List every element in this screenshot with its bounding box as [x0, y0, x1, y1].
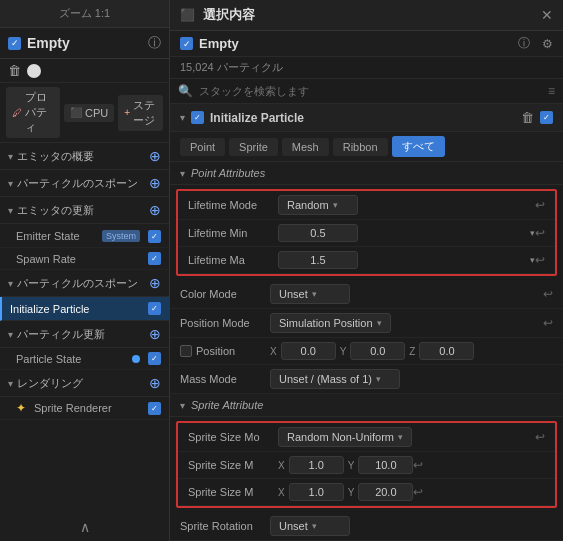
lifetime-min-input[interactable]: [278, 224, 358, 242]
undo-lifetime-max-icon[interactable]: ↩: [535, 253, 545, 267]
sidebar-item-emitter-state[interactable]: Emitter State System ✓: [0, 224, 169, 248]
sprite-size-min-y-input[interactable]: [358, 456, 413, 474]
tab-ribbon[interactable]: Ribbon: [333, 138, 388, 156]
expand-point-icon[interactable]: ▾: [180, 168, 185, 179]
mass-mode-dropdown[interactable]: Unset / (Mass of 1) ▾: [270, 369, 400, 389]
sprite-size-max-row: Sprite Size M X Y ↩: [178, 479, 555, 506]
lifetime-mode-label: Lifetime Mode: [188, 199, 278, 211]
sidebar-item-rendering[interactable]: ▾ レンダリング ⊕: [0, 370, 169, 397]
sprite-rotation-dropdown[interactable]: Unset ▾: [270, 516, 350, 536]
position-mode-dropdown[interactable]: Simulation Position ▾: [270, 313, 391, 333]
zoom-label: ズーム 1:1: [59, 7, 110, 19]
cpu-btn[interactable]: ⬛ CPU: [64, 104, 114, 122]
color-mode-row: Color Mode Unset ▾ ↩: [170, 280, 563, 309]
sidebar-item-initialize-particle[interactable]: Initialize Particle ✓: [0, 297, 169, 321]
undo-position-mode-icon[interactable]: ↩: [543, 316, 553, 330]
close-button[interactable]: ✕: [541, 7, 553, 23]
selected-checkbox[interactable]: ✓: [180, 37, 193, 50]
properties-btn[interactable]: 🖊 プロパティ: [6, 87, 60, 138]
sidebar-item-particle-spawn[interactable]: ▾ パーティクルのスポーン ⊕: [0, 170, 169, 197]
tab-all[interactable]: すべて: [392, 136, 445, 157]
pos-y-input[interactable]: [350, 342, 405, 360]
sprite-size-min-label: Sprite Size M: [188, 459, 278, 471]
add-particle-spawn-icon[interactable]: ⊕: [149, 175, 161, 191]
position-checkbox[interactable]: [180, 345, 192, 357]
expand-icon: ▾: [8, 329, 13, 340]
empty-checkbox[interactable]: ✓: [8, 37, 21, 50]
right-header: ⬛ 選択内容 ✕: [170, 0, 563, 31]
search-input[interactable]: [199, 85, 542, 97]
color-dropdown-arrow-icon: ▾: [312, 289, 317, 299]
tab-mesh[interactable]: Mesh: [282, 138, 329, 156]
sidebar-item-particle-state[interactable]: Particle State ✓: [0, 348, 169, 370]
add-emitter-overview-icon[interactable]: ⊕: [149, 148, 161, 164]
lifetime-mode-value: Random ▾: [278, 195, 535, 215]
circle-avatar: [27, 64, 41, 78]
sidebar-item-emitter-update[interactable]: ▾ エミッタの更新 ⊕: [0, 197, 169, 224]
sprite-size-min-row: Sprite Size M X Y ↩: [178, 452, 555, 479]
add-particle-update-icon[interactable]: ⊕: [149, 326, 161, 342]
sidebar-item-sprite-renderer[interactable]: ✦ Sprite Renderer ✓: [0, 397, 169, 420]
selected-info-icon[interactable]: ⓘ: [518, 35, 530, 52]
particle-count: 15,024 パーティクル: [170, 57, 563, 79]
panel-icon: ⬛: [180, 8, 195, 22]
sprite-rotation-label: Sprite Rotation: [180, 520, 270, 532]
color-mode-label: Color Mode: [180, 288, 270, 300]
sprite-size-group: Sprite Size Mo Random Non-Uniform ▾ ↩ Sp…: [176, 421, 557, 508]
empty-title: Empty: [27, 35, 142, 51]
expand-sprite-icon[interactable]: ▾: [180, 400, 185, 411]
init-enable-toggle[interactable]: ✓: [540, 111, 553, 124]
lifetime-max-value: [278, 251, 530, 269]
sprite-attribute-header: ▾ Sprite Attribute: [170, 394, 563, 417]
sidebar-item-particle-update[interactable]: ▾ パーティクル更新 ⊕: [0, 321, 169, 348]
selected-item-header: ✓ Empty ⓘ ⚙: [170, 31, 563, 57]
point-attr-label: Point Attributes: [191, 167, 265, 179]
undo-lifetime-min-icon[interactable]: ↩: [535, 226, 545, 240]
stage-btn[interactable]: + ステージ: [118, 95, 163, 131]
tab-sprite[interactable]: Sprite: [229, 138, 278, 156]
undo-lifetime-mode-icon[interactable]: ↩: [535, 198, 545, 212]
undo-sprite-min-icon[interactable]: ↩: [413, 458, 423, 472]
color-mode-dropdown[interactable]: Unset ▾: [270, 284, 350, 304]
add-rendering-icon[interactable]: ⊕: [149, 375, 161, 391]
tab-point[interactable]: Point: [180, 138, 225, 156]
add-emitter-update-icon[interactable]: ⊕: [149, 202, 161, 218]
sprite-size-mode-dropdown[interactable]: Random Non-Uniform ▾: [278, 427, 412, 447]
trash-icon[interactable]: 🗑: [8, 63, 21, 78]
init-trash-icon[interactable]: 🗑: [521, 110, 534, 125]
sprite-size-min-x-input[interactable]: [289, 456, 344, 474]
sidebar-item-emitter-overview[interactable]: ▾ エミッタの概要 ⊕: [0, 143, 169, 170]
init-toggle[interactable]: ✓: [191, 111, 204, 124]
lifetime-max-input[interactable]: [278, 251, 358, 269]
check-sprite-renderer: ✓: [148, 402, 161, 415]
pos-z-input[interactable]: [419, 342, 474, 360]
check-sm-spawn: ✓: [148, 252, 161, 265]
toolbar-row: 🖊 プロパティ ⬛ CPU + ステージ: [0, 83, 169, 143]
lifetime-max-row: Lifetime Ma ▾ ↩: [178, 247, 555, 274]
selected-gear-icon[interactable]: ⚙: [542, 37, 553, 51]
sprite-rotation-value: Unset ▾: [270, 516, 553, 536]
pos-x-input[interactable]: [281, 342, 336, 360]
sprite-size-max-xy: X Y: [278, 483, 413, 501]
info-icon[interactable]: ⓘ: [148, 34, 161, 52]
check-particle-state: ✓: [148, 352, 161, 365]
point-attributes-header: ▾ Point Attributes: [170, 162, 563, 185]
tab-row: Point Sprite Mesh Ribbon すべて: [170, 132, 563, 162]
undo-color-mode-icon[interactable]: ↩: [543, 287, 553, 301]
expand-icon: ▾: [8, 151, 13, 162]
collapse-init-icon[interactable]: ▾: [180, 112, 185, 123]
expand-icon: ▾: [8, 205, 13, 216]
expand-icon: ▾: [8, 378, 13, 389]
lifetime-mode-dropdown[interactable]: Random ▾: [278, 195, 358, 215]
sprite-size-max-y-input[interactable]: [358, 483, 413, 501]
sidebar-item-spawn-rate[interactable]: Spawn Rate ✓: [0, 248, 169, 270]
add-particle-spawn2-icon[interactable]: ⊕: [149, 275, 161, 291]
undo-sprite-max-icon[interactable]: ↩: [413, 485, 423, 499]
check-initialize: ✓: [148, 302, 161, 315]
sprite-size-mode-label: Sprite Size Mo: [188, 431, 278, 443]
sprite-size-max-x-input[interactable]: [289, 483, 344, 501]
sidebar-item-particle-spawn2[interactable]: ▾ パーティクルのスポーン ⊕: [0, 270, 169, 297]
filter-icon[interactable]: ≡: [548, 84, 555, 98]
undo-sprite-size-mode-icon[interactable]: ↩: [535, 430, 545, 444]
collapse-arrow[interactable]: ∧: [0, 513, 169, 541]
